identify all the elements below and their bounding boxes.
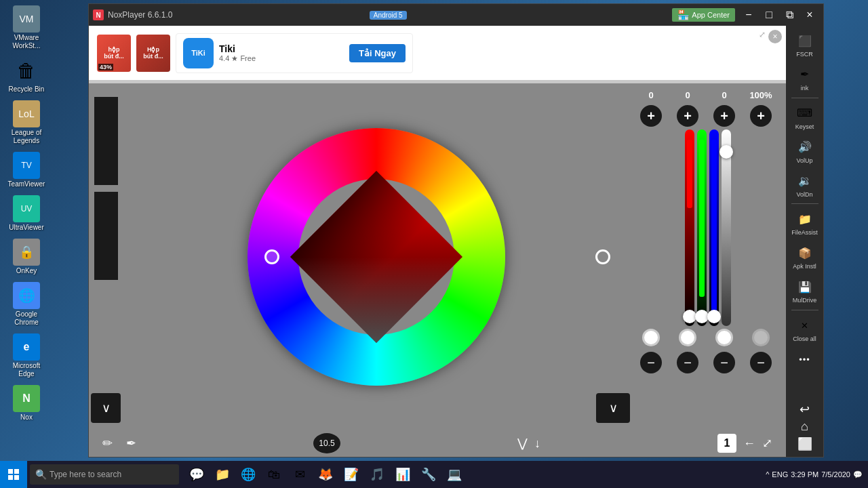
- green-slider-track[interactable]: [697, 129, 707, 326]
- green-slider-thumb[interactable]: [695, 310, 709, 323]
- red-slider-thumb[interactable]: [683, 310, 696, 323]
- taskbar-icon-vscode[interactable]: 📝: [339, 461, 363, 488]
- taskbar-icon-explorer[interactable]: 📁: [210, 461, 235, 488]
- a-thumb-indicator: [744, 329, 778, 346]
- desktop-icon-onkey[interactable]: 🔒 OnKey: [3, 236, 50, 278]
- alpha-plus-button[interactable]: +: [750, 105, 772, 127]
- minimize-button[interactable]: −: [739, 7, 758, 23]
- desktop-icon-teamviewer[interactable]: TV TeamViewer: [3, 149, 50, 191]
- red-channel: 0: [634, 89, 668, 102]
- restore-button[interactable]: □: [760, 7, 778, 23]
- sidebar-item-voldn[interactable]: 🔉 VolDn: [788, 169, 822, 201]
- sidebar-item-ink[interactable]: ✒ ink: [788, 62, 822, 95]
- tray-expand[interactable]: ^: [766, 470, 769, 479]
- arrow-down-icon[interactable]: ↓: [534, 436, 540, 451]
- alpha-slider-track[interactable]: [722, 129, 731, 326]
- brush-icon[interactable]: ✏: [102, 436, 113, 451]
- taskbar-icon-app3[interactable]: 🔧: [416, 461, 441, 488]
- desktop-icon-recycle[interactable]: 🗑 Recycle Bin: [3, 54, 50, 96]
- color-swatch-mid: [94, 192, 118, 280]
- back-icon[interactable]: ←: [743, 436, 755, 451]
- close-button[interactable]: ×: [800, 7, 819, 23]
- red-value: 0: [648, 89, 653, 102]
- taskbar-icon-app2[interactable]: 📊: [391, 461, 415, 488]
- red-slider-track[interactable]: [685, 129, 694, 326]
- ad-item-1[interactable]: hộpbút đ... 43%: [97, 35, 131, 72]
- scroll-down-icon[interactable]: ⋁: [517, 436, 528, 451]
- tiki-ad[interactable]: TiKi Tiki 4.4 ★ Free Tải Ngay: [176, 33, 413, 73]
- desktop-icon-leagueoflegends[interactable]: LoL League ofLegends: [3, 98, 50, 148]
- more-icon: •••: [795, 350, 814, 369]
- sidebar-bottom-nav: ↩ ⌂ ⬜: [797, 402, 812, 454]
- main-area: hộpbút đ... 43% Hộpbút đ... TiKi: [89, 26, 786, 457]
- blue-channel: 0: [707, 89, 741, 102]
- tiki-install-button[interactable]: Tải Ngay: [349, 44, 406, 62]
- sliders-row: [634, 129, 782, 326]
- taskbar-icon-edge[interactable]: 🌐: [236, 461, 260, 488]
- sidebar-item-apkinstl[interactable]: 📦 Apk Instl: [788, 241, 822, 273]
- b-minus: −: [707, 352, 741, 373]
- voldn-label: VolDn: [796, 192, 812, 199]
- taskbar-icon-app4[interactable]: 💻: [442, 461, 467, 488]
- desktop-icon-vmware[interactable]: VM VMwareWorkSt...: [3, 3, 50, 53]
- fscr-label: FSCR: [796, 52, 813, 58]
- pencil-icon[interactable]: ✒: [126, 436, 136, 451]
- maximize-button[interactable]: ⧉: [780, 7, 799, 23]
- blue-slider-track-wrap: [709, 128, 719, 327]
- color-picker-container: ∨: [89, 83, 786, 430]
- desktop-icon-microsoftedge[interactable]: e MicrosoftEdge: [3, 331, 50, 381]
- wheel-handle-right[interactable]: [595, 249, 610, 264]
- green-minus-button[interactable]: −: [677, 352, 698, 373]
- alpha-minus-button[interactable]: −: [750, 352, 772, 373]
- blue-minus-button[interactable]: −: [713, 352, 735, 373]
- tiki-info: Tiki 4.4 ★ Free: [219, 43, 344, 63]
- taskbar-icon-store[interactable]: 🛍: [262, 461, 286, 488]
- taskbar-icon-app1[interactable]: 🎵: [365, 461, 389, 488]
- red-plus-button[interactable]: +: [640, 105, 662, 127]
- blue-plus-button[interactable]: +: [713, 105, 735, 127]
- sidebar-item-muldrive[interactable]: 💾 MulDrive: [788, 274, 822, 307]
- sidebar-item-closeall[interactable]: ✕ Close all: [788, 313, 822, 346]
- desktop-icon-nox[interactable]: N Nox: [3, 382, 50, 424]
- color-wheel[interactable]: [248, 128, 505, 386]
- blue-slider-track[interactable]: [709, 129, 719, 326]
- toolbar-right: 1 ← ⤢: [717, 434, 772, 453]
- nox-content: hộpbút đ... 43% Hộpbút đ... TiKi: [89, 26, 823, 457]
- rgba-sliders: 0 0 0 100%: [630, 83, 786, 430]
- sidebar-item-fscr[interactable]: ⬛ FSCR: [788, 28, 822, 61]
- recent-icon[interactable]: ⬜: [797, 436, 812, 451]
- green-plus-button[interactable]: +: [677, 105, 698, 127]
- sidebar-item-keyset[interactable]: ⌨ Keyset: [788, 101, 822, 134]
- taskbar-search[interactable]: 🔍 Type here to search: [30, 464, 179, 485]
- alpha-slider-thumb[interactable]: [719, 145, 733, 159]
- down-button-right[interactable]: ∨: [596, 393, 630, 423]
- sidebar-item-fileassist[interactable]: 📁 FileAssist: [788, 207, 822, 239]
- sidebar-item-more[interactable]: •••: [788, 347, 822, 371]
- ad-expand-button[interactable]: ⤢: [759, 30, 766, 39]
- toolbar-center: 10.5: [313, 433, 340, 453]
- desktop-icon-ultraviewer[interactable]: UV UltraViewer: [3, 192, 50, 235]
- blue-slider-thumb[interactable]: [707, 310, 721, 323]
- color-diamond[interactable]: [290, 170, 463, 343]
- ad-close-button[interactable]: ×: [768, 30, 782, 43]
- slider-values-row: 0 0 0 100%: [634, 89, 782, 102]
- sidebar-item-volup[interactable]: 🔊 VolUp: [788, 135, 822, 167]
- taskbar-icon-firefox[interactable]: 🦊: [313, 461, 338, 488]
- notification-icon[interactable]: 💬: [853, 470, 863, 479]
- down-button-left[interactable]: ∨: [91, 393, 121, 423]
- taskbar-icon-cortana[interactable]: 💬: [184, 461, 209, 488]
- a-circle: [752, 329, 770, 346]
- blue-value: 0: [722, 89, 726, 102]
- undo-icon[interactable]: ↩: [800, 402, 810, 417]
- app-center-button[interactable]: 🏪 App Center: [672, 8, 735, 22]
- ad-item-2[interactable]: Hộpbút đ...: [136, 35, 170, 72]
- red-minus-button[interactable]: −: [640, 352, 662, 373]
- home-icon[interactable]: ⌂: [801, 420, 808, 434]
- start-button[interactable]: [0, 461, 27, 488]
- alpha-channel: 100%: [744, 89, 778, 102]
- taskbar-icon-mail[interactable]: ✉: [288, 461, 312, 488]
- fullscreen-icon[interactable]: ⤢: [762, 436, 772, 451]
- window-title: NoxPlayer 6.6.1.0: [108, 10, 366, 20]
- wheel-handle-left[interactable]: [264, 249, 279, 264]
- desktop-icon-googlechrome[interactable]: 🌐 GoogleChrome: [3, 279, 50, 329]
